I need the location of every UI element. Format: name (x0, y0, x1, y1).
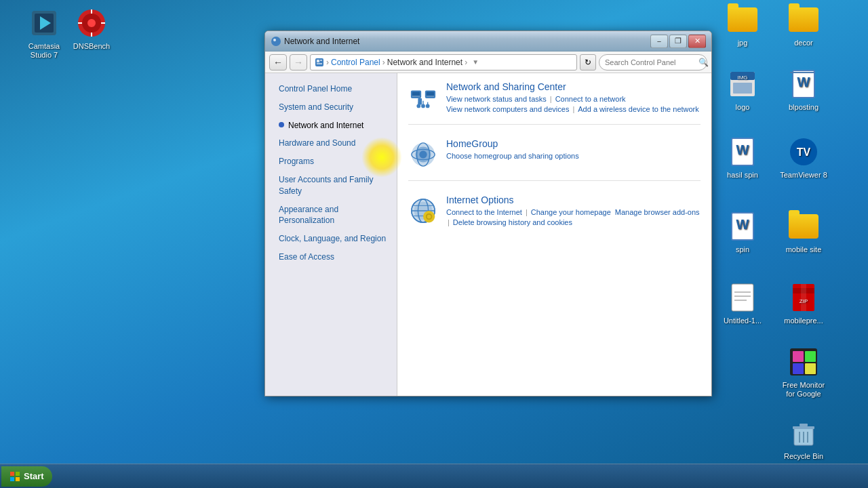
search-icon[interactable]: 🔍 (698, 58, 709, 67)
restore-button[interactable]: ❐ (669, 35, 687, 48)
windows-logo-icon (9, 471, 20, 482)
desktop-icon-spin[interactable]: W spin (719, 210, 766, 254)
sidebar-label-user-accounts: User Accounts and Family Safety (279, 174, 387, 197)
desktop-icon-camtasia[interactable]: Camtasia Studio 7 (20, 7, 68, 60)
blposting-icon: W (787, 68, 820, 100)
sidebar-item-control-panel-home[interactable]: Control Panel Home (265, 80, 397, 98)
homegroup-title[interactable]: HomeGroup (446, 138, 701, 149)
title-bar: Network and Internet − ❐ ✕ (265, 31, 711, 52)
desktop-icon-logo[interactable]: IMG logo (719, 68, 766, 112)
breadcrumb-dropdown-arrow[interactable]: ▼ (472, 58, 479, 66)
internet-options-title[interactable]: Internet Options (446, 195, 701, 205)
svg-rect-83 (10, 477, 14, 481)
link-homegroup-options[interactable]: Choose homegroup and sharing options (446, 152, 579, 160)
sidebar-item-system-security[interactable]: System and Security (265, 98, 397, 117)
svg-rect-37 (793, 426, 814, 429)
title-bar-left: Network and Internet (271, 36, 359, 47)
sidebar-item-appearance[interactable]: Appearance and Personalization (265, 201, 397, 230)
forward-button[interactable]: → (290, 54, 307, 70)
svg-rect-53 (427, 96, 434, 97)
svg-rect-45 (317, 60, 319, 62)
svg-rect-77 (428, 211, 431, 214)
minimize-button[interactable]: − (650, 35, 668, 48)
link-delete-history[interactable]: Delete browsing history and cookies (453, 218, 572, 226)
decor-label: decor (794, 39, 813, 47)
link-add-wireless[interactable]: Add a wireless device to the network (578, 105, 699, 113)
mobile-site-icon (787, 210, 820, 243)
mobilepre-label: mobilepre... (784, 317, 823, 325)
logo-label: logo (736, 103, 750, 112)
dnsbench-label: DNSBench (73, 42, 110, 51)
desktop-icon-mobile-site[interactable]: mobile site (780, 210, 827, 254)
sidebar-item-user-accounts[interactable]: User Accounts and Family Safety (265, 171, 397, 201)
sidebar-item-hardware-sound[interactable]: Hardware and Sound (265, 134, 397, 152)
sidebar-item-programs[interactable]: Programs (265, 152, 397, 171)
svg-rect-15 (790, 72, 814, 73)
desktop-icon-untitled[interactable]: Untitled-1... (719, 281, 766, 325)
desktop-icon-blposting[interactable]: W blposting (780, 68, 827, 112)
internet-options-icon (408, 196, 438, 226)
desktop-icon-recycle-bin[interactable]: Recycle Bin (780, 417, 827, 461)
recycle-bin-icon (787, 417, 820, 449)
active-indicator (279, 122, 284, 127)
sidebar: Control Panel Home System and Security N… (265, 73, 397, 396)
section-internet-options: Internet Options Connect to the Internet… (408, 195, 701, 237)
svg-point-43 (273, 39, 276, 41)
svg-rect-80 (433, 216, 435, 218)
link-connect-internet[interactable]: Connect to the Internet (446, 208, 522, 216)
taskbar: Start (0, 464, 868, 488)
link-connect-network[interactable]: Connect to a network (555, 95, 626, 103)
untitled-icon (726, 281, 759, 314)
back-button[interactable]: ← (269, 54, 287, 70)
sidebar-item-clock-language[interactable]: Clock, Language, and Region (265, 230, 397, 248)
start-button[interactable]: Start (1, 466, 52, 487)
svg-point-42 (271, 37, 281, 46)
mobile-site-label: mobile site (786, 245, 822, 254)
breadcrumb-control-panel[interactable]: Control Panel (331, 58, 380, 67)
desktop-icon-teamviewer[interactable]: TV TeamViewer 8 (780, 136, 827, 180)
refresh-button[interactable]: ↻ (580, 54, 596, 70)
svg-rect-13 (733, 83, 752, 94)
svg-text:W: W (736, 217, 749, 232)
homegroup-icon (408, 140, 438, 169)
breadcrumb-separator-1: › (326, 58, 329, 67)
sidebar-item-network-internet[interactable]: Network and Internet (265, 117, 397, 135)
free-monitor-icon (787, 346, 820, 378)
desktop-icon-mobilepre[interactable]: ZIP mobilepre... (780, 281, 827, 325)
decor-icon (787, 3, 820, 36)
svg-point-5 (87, 19, 96, 27)
link-change-homepage[interactable]: Change your homepage (531, 208, 611, 216)
desktop-icon-free-monitor[interactable]: Free Monitor for Google (780, 346, 827, 399)
desktop-icon-decor[interactable]: decor (780, 3, 827, 47)
link-view-computers[interactable]: View network computers and devices (446, 105, 569, 113)
svg-rect-47 (317, 63, 322, 64)
svg-rect-30 (801, 284, 806, 311)
sidebar-label-clock-language: Clock, Language, and Region (279, 233, 386, 245)
free-monitor-label: Free Monitor for Google (780, 381, 827, 399)
link-manage-addons[interactable]: Manage browser add-ons (615, 208, 700, 216)
homegroup-body: HomeGroup Choose homegroup and sharing o… (446, 138, 701, 169)
section-homegroup: HomeGroup Choose homegroup and sharing o… (408, 138, 701, 181)
svg-rect-32 (793, 351, 804, 362)
window-title: Network and Internet (284, 37, 359, 46)
svg-rect-78 (428, 220, 431, 222)
window-icon (271, 36, 281, 47)
close-button[interactable]: ✕ (688, 35, 706, 48)
homegroup-links: Choose homegroup and sharing options (446, 152, 701, 160)
hasil-spin-label: hasil spin (727, 171, 758, 180)
svg-rect-81 (10, 472, 14, 476)
sidebar-label-appearance: Appearance and Personalization (279, 204, 387, 227)
sidebar-item-ease-access[interactable]: Ease of Access (265, 248, 397, 266)
teamviewer-icon: TV (787, 136, 820, 168)
desktop-icon-hasil-spin[interactable]: W hasil spin (719, 136, 766, 180)
link-view-status[interactable]: View network status and tasks (446, 95, 547, 103)
control-panel-window: Network and Internet − ❐ ✕ ← → › Control (264, 30, 712, 396)
search-input[interactable] (605, 58, 698, 66)
desktop-icon-jpg[interactable]: jpg (719, 3, 766, 47)
network-sharing-icon (408, 83, 438, 113)
untitled-label: Untitled-1... (724, 317, 762, 325)
desktop-icon-dnsbench[interactable]: DNSBench (68, 7, 115, 51)
breadcrumb-bar[interactable]: › Control Panel › Network and Internet ›… (310, 54, 577, 70)
camtasia-icon (28, 7, 60, 39)
network-sharing-title[interactable]: Network and Sharing Center (446, 81, 701, 92)
